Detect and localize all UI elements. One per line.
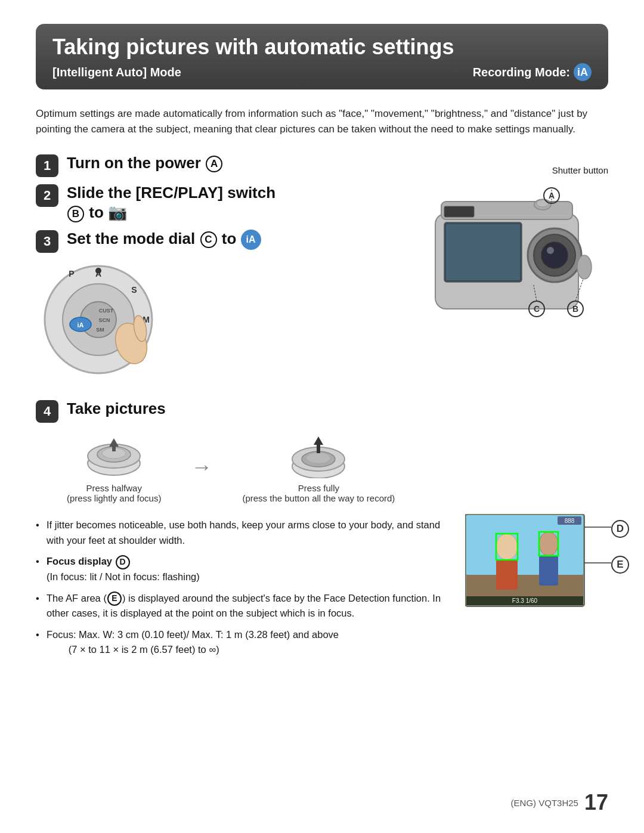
shutter-button-label: Shutter button [423, 165, 608, 175]
shutter-full-label: Press fully (press the button all the wa… [242, 483, 395, 503]
shutter-full-svg [289, 433, 348, 478]
page-number: 17 [584, 790, 608, 815]
note-af: The AF area (E) is displayed around the … [36, 591, 453, 621]
dial-section: A S M P iA CUST SCN SM [36, 260, 411, 382]
display-column: 888 F3.3 1/60 D E [465, 508, 608, 627]
callout-E: E [611, 556, 629, 574]
camera-icon: 📷 [108, 203, 127, 221]
svg-rect-52 [496, 560, 518, 590]
svg-point-45 [306, 453, 330, 463]
svg-rect-41 [112, 447, 116, 451]
notes-column: If jitter becomes noticeable, use both h… [36, 508, 453, 664]
shutter-half-label: Press halfway (press lightly and focus) [67, 483, 161, 503]
step-number-3: 3 [36, 230, 58, 253]
step-number-2: 2 [36, 184, 58, 207]
svg-text:P: P [69, 269, 74, 278]
svg-rect-23 [444, 206, 474, 217]
step-4: 4 Take pictures [36, 399, 608, 423]
svg-text:SCN: SCN [98, 317, 110, 323]
camera-diagram: Shutter button [423, 165, 608, 330]
note-focus-display: Focus display D (In focus: lit / Not in … [36, 554, 453, 584]
ia-mode-badge: iA [241, 230, 261, 250]
main-content: 1 Turn on the power A 2 Slide the [REC/P… [36, 153, 608, 394]
note-1: If jitter becomes noticeable, use both h… [36, 518, 453, 548]
callout-D: D [611, 520, 629, 538]
step-number-1: 1 [36, 154, 58, 177]
intro-text: Optimum settings are made automatically … [36, 106, 608, 138]
shutter-row: Press halfway (press lightly and focus) … [67, 433, 608, 503]
svg-point-12 [95, 268, 101, 274]
page-footer: (ENG) VQT3H25 17 [511, 790, 608, 815]
header-recording: Recording Mode: iA [473, 63, 592, 81]
header-box: Taking pictures with automatic settings … [36, 24, 608, 89]
svg-marker-40 [109, 438, 119, 447]
focus-display-label: Focus display [47, 556, 115, 566]
step-1: 1 Turn on the power A [36, 153, 411, 177]
svg-text:B: B [572, 304, 578, 314]
step-3-text: Set the mode dial C to iA [67, 229, 261, 250]
shutter-full-item: Press fully (press the button all the wa… [242, 433, 395, 503]
camera-svg: A C B [423, 178, 596, 327]
svg-rect-22 [446, 224, 520, 280]
note-focus-text: Focus: Max. W: 3 cm (0.10 feet)/ Max. T:… [47, 629, 339, 655]
camera-display-area: 888 F3.3 1/60 D E [465, 514, 608, 627]
svg-rect-47 [317, 445, 320, 453]
page-title: Taking pictures with automatic settings [52, 35, 592, 60]
svg-rect-55 [539, 556, 558, 586]
svg-text:SM: SM [96, 327, 104, 333]
svg-marker-46 [314, 436, 323, 445]
callout-D-container: D [611, 520, 629, 538]
svg-text:888: 888 [565, 518, 575, 524]
label-C: C [200, 231, 217, 248]
shutter-half-item: Press halfway (press lightly and focus) [67, 433, 161, 503]
label-B: B [67, 206, 84, 222]
step-2: 2 Slide the [REC/PLAY] switch B to 📷 [36, 183, 411, 224]
callout-E-container: E [611, 556, 629, 574]
step-4-section: 4 Take pictures [36, 399, 608, 503]
svg-text:CUST: CUST [99, 308, 114, 314]
svg-text:F3.3  1/60: F3.3 1/60 [512, 597, 538, 604]
dial-svg: A S M P iA CUST SCN SM [36, 260, 161, 379]
right-column: Shutter button [423, 153, 608, 330]
svg-point-19 [541, 242, 568, 268]
note-af-text: The AF area ( [47, 593, 107, 603]
label-A: A [206, 156, 222, 172]
svg-point-25 [537, 200, 549, 207]
notes-section: If jitter becomes noticeable, use both h… [36, 518, 453, 658]
svg-point-54 [539, 532, 558, 556]
svg-text:C: C [534, 304, 540, 314]
label-D: D [116, 555, 130, 569]
svg-point-51 [496, 534, 518, 560]
lower-section: If jitter becomes noticeable, use both h… [36, 508, 608, 664]
svg-text:S: S [131, 285, 137, 295]
step-2-text: Slide the [REC/PLAY] switch B to 📷 [67, 183, 275, 224]
note-focus: Focus: Max. W: 3 cm (0.10 feet)/ Max. T:… [36, 627, 453, 658]
note-1-text: If jitter becomes noticeable, use both h… [47, 519, 440, 546]
svg-point-20 [547, 247, 554, 254]
svg-text:iA: iA [78, 321, 84, 329]
ia-badge: iA [574, 63, 592, 81]
display-svg: 888 F3.3 1/60 [465, 514, 608, 624]
step-4-text: Take pictures [67, 399, 166, 419]
step-number-4: 4 [36, 400, 58, 423]
step-3: 3 Set the mode dial C to iA [36, 229, 411, 253]
left-column: 1 Turn on the power A 2 Slide the [REC/P… [36, 153, 411, 394]
header-subtitle: [Intelligent Auto] Mode Recording Mode: … [52, 63, 592, 81]
page: Taking pictures with automatic settings … [0, 0, 644, 699]
label-E: E [107, 592, 122, 606]
svg-point-28 [577, 255, 592, 279]
shutter-half-svg [84, 433, 144, 478]
step-1-text: Turn on the power A [67, 153, 223, 174]
focus-display-text: (In focus: lit / Not in focus: flashing) [47, 571, 200, 582]
page-code: (ENG) VQT3H25 [511, 798, 578, 808]
header-mode: [Intelligent Auto] Mode [52, 66, 181, 79]
arrow-right: → [191, 454, 212, 479]
